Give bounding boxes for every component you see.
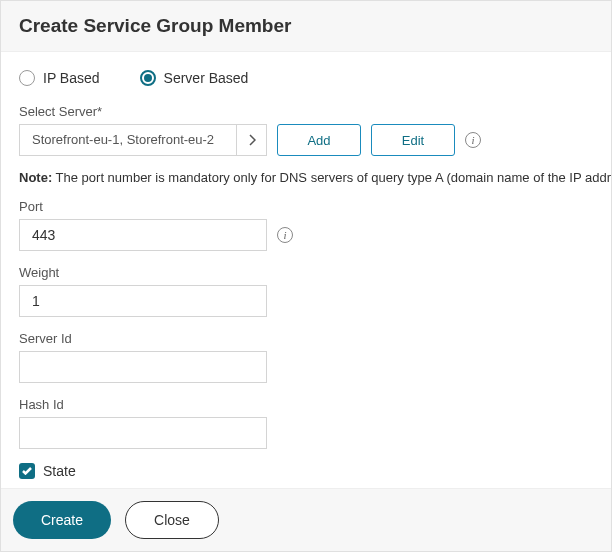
server-id-input[interactable] bbox=[19, 351, 267, 383]
add-button[interactable]: Add bbox=[277, 124, 361, 156]
info-icon[interactable]: i bbox=[465, 132, 481, 148]
note-body: The port number is mandatory only for DN… bbox=[52, 170, 611, 185]
hash-id-label: Hash Id bbox=[19, 397, 593, 412]
port-label: Port bbox=[19, 199, 593, 214]
note-prefix: Note: bbox=[19, 170, 52, 185]
radio-dot-icon bbox=[144, 74, 152, 82]
dialog-footer: Create Close bbox=[1, 488, 611, 551]
note-text: Note: The port number is mandatory only … bbox=[19, 170, 593, 185]
edit-button[interactable]: Edit bbox=[371, 124, 455, 156]
dialog-body: IP Based Server Based Select Server* Sto… bbox=[1, 52, 611, 488]
port-input[interactable] bbox=[19, 219, 267, 251]
radio-icon bbox=[140, 70, 156, 86]
radio-icon bbox=[19, 70, 35, 86]
weight-label: Weight bbox=[19, 265, 593, 280]
server-combo-value: Storefront-eu-1, Storefront-eu-2 bbox=[20, 125, 236, 155]
radio-label: IP Based bbox=[43, 70, 100, 86]
state-checkbox-row[interactable]: State bbox=[19, 463, 593, 479]
state-label: State bbox=[43, 463, 76, 479]
server-id-label: Server Id bbox=[19, 331, 593, 346]
close-button[interactable]: Close bbox=[125, 501, 219, 539]
create-service-group-member-dialog: Create Service Group Member IP Based Ser… bbox=[0, 0, 612, 552]
select-server-label: Select Server* bbox=[19, 104, 593, 119]
weight-input[interactable] bbox=[19, 285, 267, 317]
radio-label: Server Based bbox=[164, 70, 249, 86]
mode-radio-group: IP Based Server Based bbox=[19, 70, 593, 86]
info-icon[interactable]: i bbox=[277, 227, 293, 243]
server-row: Storefront-eu-1, Storefront-eu-2 Add Edi… bbox=[19, 124, 593, 156]
server-combo[interactable]: Storefront-eu-1, Storefront-eu-2 bbox=[19, 124, 267, 156]
create-button[interactable]: Create bbox=[13, 501, 111, 539]
radio-ip-based[interactable]: IP Based bbox=[19, 70, 100, 86]
radio-server-based[interactable]: Server Based bbox=[140, 70, 249, 86]
dialog-title: Create Service Group Member bbox=[19, 15, 593, 37]
chevron-right-icon[interactable] bbox=[236, 125, 266, 155]
checkbox-icon bbox=[19, 463, 35, 479]
dialog-header: Create Service Group Member bbox=[1, 1, 611, 52]
hash-id-input[interactable] bbox=[19, 417, 267, 449]
